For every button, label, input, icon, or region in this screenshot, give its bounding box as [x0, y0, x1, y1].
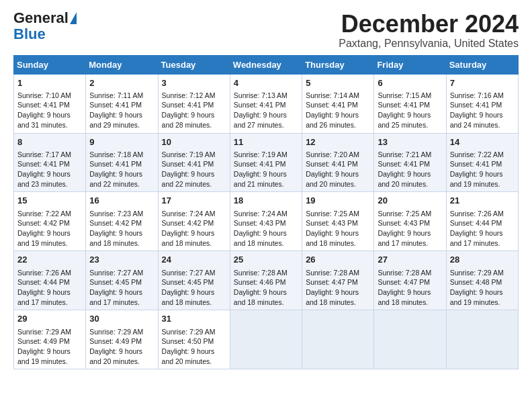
title-block: December 2024 Paxtang, Pennsylvania, Uni… — [339, 11, 519, 50]
day-cell: 10Sunrise: 7:19 AMSunset: 4:41 PMDayligh… — [158, 133, 230, 192]
day-number: 24 — [162, 254, 226, 266]
day-number: 2 — [89, 77, 154, 89]
day-number: 18 — [234, 195, 298, 207]
day-number: 22 — [17, 254, 82, 266]
day-cell: 25Sunrise: 7:28 AMSunset: 4:46 PMDayligh… — [230, 251, 302, 310]
day-number: 16 — [89, 195, 154, 207]
day-cell: 28Sunrise: 7:29 AMSunset: 4:48 PMDayligh… — [446, 251, 518, 310]
day-cell: 18Sunrise: 7:24 AMSunset: 4:43 PMDayligh… — [230, 192, 302, 251]
day-cell: 5Sunrise: 7:14 AMSunset: 4:41 PMDaylight… — [302, 74, 374, 133]
day-number: 10 — [162, 136, 226, 148]
day-number: 1 — [17, 77, 82, 89]
day-cell: 12Sunrise: 7:20 AMSunset: 4:41 PMDayligh… — [302, 133, 374, 192]
day-cell — [374, 310, 446, 369]
header-monday: Monday — [86, 55, 158, 74]
day-cell — [302, 310, 374, 369]
header: General Blue December 2024 Paxtang, Penn… — [13, 11, 519, 50]
header-thursday: Thursday — [302, 55, 374, 74]
day-number: 7 — [450, 77, 515, 89]
day-number: 27 — [378, 254, 442, 266]
day-cell: 29Sunrise: 7:29 AMSunset: 4:49 PMDayligh… — [14, 310, 86, 369]
calendar-header-row: SundayMondayTuesdayWednesdayThursdayFrid… — [14, 55, 519, 74]
week-row-2: 8Sunrise: 7:17 AMSunset: 4:41 PMDaylight… — [14, 133, 519, 192]
day-number: 9 — [89, 136, 154, 148]
day-number: 31 — [162, 313, 226, 325]
day-number: 25 — [234, 254, 298, 266]
day-number: 11 — [234, 136, 298, 148]
day-cell: 26Sunrise: 7:28 AMSunset: 4:47 PMDayligh… — [302, 251, 374, 310]
day-number: 20 — [378, 195, 442, 207]
calendar-table: SundayMondayTuesdayWednesdayThursdayFrid… — [13, 55, 519, 370]
header-sunday: Sunday — [14, 55, 86, 74]
day-cell: 22Sunrise: 7:26 AMSunset: 4:44 PMDayligh… — [14, 251, 86, 310]
day-cell: 7Sunrise: 7:16 AMSunset: 4:41 PMDaylight… — [446, 74, 518, 133]
day-number: 19 — [306, 195, 370, 207]
day-cell: 24Sunrise: 7:27 AMSunset: 4:45 PMDayligh… — [158, 251, 230, 310]
day-number: 13 — [378, 136, 442, 148]
day-cell: 1Sunrise: 7:10 AMSunset: 4:41 PMDaylight… — [14, 74, 86, 133]
day-cell: 14Sunrise: 7:22 AMSunset: 4:41 PMDayligh… — [446, 133, 518, 192]
day-cell: 9Sunrise: 7:18 AMSunset: 4:41 PMDaylight… — [86, 133, 158, 192]
day-cell: 2Sunrise: 7:11 AMSunset: 4:41 PMDaylight… — [86, 74, 158, 133]
day-cell: 15Sunrise: 7:22 AMSunset: 4:42 PMDayligh… — [14, 192, 86, 251]
day-number: 4 — [234, 77, 298, 89]
day-cell: 17Sunrise: 7:24 AMSunset: 4:42 PMDayligh… — [158, 192, 230, 251]
header-saturday: Saturday — [446, 55, 518, 74]
day-cell: 8Sunrise: 7:17 AMSunset: 4:41 PMDaylight… — [14, 133, 86, 192]
week-row-1: 1Sunrise: 7:10 AMSunset: 4:41 PMDaylight… — [14, 74, 519, 133]
logo-blue: Blue — [13, 26, 46, 43]
day-cell: 30Sunrise: 7:29 AMSunset: 4:49 PMDayligh… — [86, 310, 158, 369]
day-cell: 3Sunrise: 7:12 AMSunset: 4:41 PMDaylight… — [158, 74, 230, 133]
header-friday: Friday — [374, 55, 446, 74]
week-row-5: 29Sunrise: 7:29 AMSunset: 4:49 PMDayligh… — [14, 310, 519, 369]
day-number: 5 — [306, 77, 370, 89]
day-cell: 19Sunrise: 7:25 AMSunset: 4:43 PMDayligh… — [302, 192, 374, 251]
day-cell: 16Sunrise: 7:23 AMSunset: 4:42 PMDayligh… — [86, 192, 158, 251]
day-cell: 21Sunrise: 7:26 AMSunset: 4:44 PMDayligh… — [446, 192, 518, 251]
day-number: 14 — [450, 136, 515, 148]
day-cell: 20Sunrise: 7:25 AMSunset: 4:43 PMDayligh… — [374, 192, 446, 251]
day-number: 23 — [89, 254, 154, 266]
day-cell: 4Sunrise: 7:13 AMSunset: 4:41 PMDaylight… — [230, 74, 302, 133]
logo-general: General — [13, 11, 69, 26]
day-number: 3 — [162, 77, 226, 89]
header-wednesday: Wednesday — [230, 55, 302, 74]
header-tuesday: Tuesday — [158, 55, 230, 74]
day-number: 8 — [17, 136, 82, 148]
page-subtitle: Paxtang, Pennsylvania, United States — [339, 38, 519, 50]
day-cell — [446, 310, 518, 369]
day-cell: 6Sunrise: 7:15 AMSunset: 4:41 PMDaylight… — [374, 74, 446, 133]
logo: General Blue — [13, 11, 77, 43]
day-number: 26 — [306, 254, 370, 266]
week-row-4: 22Sunrise: 7:26 AMSunset: 4:44 PMDayligh… — [14, 251, 519, 310]
day-number: 17 — [162, 195, 226, 207]
day-cell: 31Sunrise: 7:29 AMSunset: 4:50 PMDayligh… — [158, 310, 230, 369]
day-number: 21 — [450, 195, 515, 207]
day-number: 15 — [17, 195, 82, 207]
day-cell: 23Sunrise: 7:27 AMSunset: 4:45 PMDayligh… — [86, 251, 158, 310]
day-number: 29 — [17, 313, 82, 325]
day-cell: 13Sunrise: 7:21 AMSunset: 4:41 PMDayligh… — [374, 133, 446, 192]
day-cell — [230, 310, 302, 369]
logo-triangle-icon — [70, 12, 77, 24]
day-cell: 27Sunrise: 7:28 AMSunset: 4:47 PMDayligh… — [374, 251, 446, 310]
page-title: December 2024 — [339, 11, 519, 38]
day-number: 28 — [450, 254, 515, 266]
day-number: 30 — [89, 313, 154, 325]
day-number: 12 — [306, 136, 370, 148]
day-cell: 11Sunrise: 7:19 AMSunset: 4:41 PMDayligh… — [230, 133, 302, 192]
day-number: 6 — [378, 77, 442, 89]
week-row-3: 15Sunrise: 7:22 AMSunset: 4:42 PMDayligh… — [14, 192, 519, 251]
